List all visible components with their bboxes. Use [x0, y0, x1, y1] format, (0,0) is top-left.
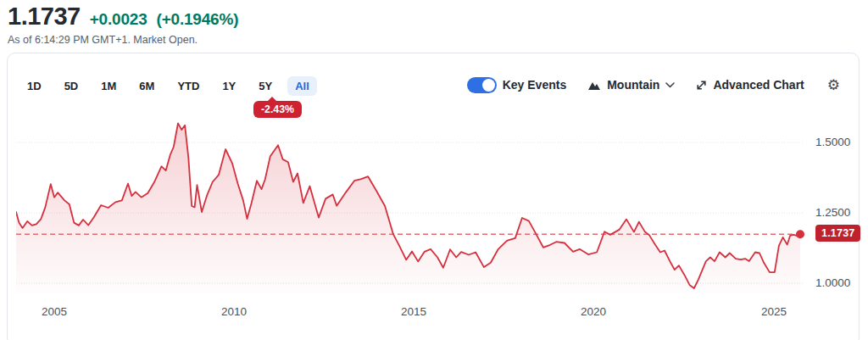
chevron-down-icon — [665, 82, 675, 88]
latest-price-dot — [796, 230, 804, 238]
price-change-percent: (+0.1946%) — [157, 10, 239, 29]
advanced-chart-label: Advanced Chart — [713, 78, 804, 92]
x-axis-label: 2020 — [581, 305, 606, 318]
toggle-knob — [482, 79, 495, 92]
advanced-chart-button[interactable]: Advanced Chart — [696, 78, 804, 92]
quote-header: 1.1737 +0.0023 (+0.1946%) — [8, 3, 238, 31]
price-chart[interactable] — [16, 111, 810, 293]
range-tab-1y[interactable]: 1Y — [214, 76, 243, 96]
key-events-label: Key Events — [503, 78, 566, 92]
range-tab-6m[interactable]: 6M — [131, 76, 162, 96]
y-axis-label: 1.0000 — [815, 276, 860, 289]
range-tab-1d[interactable]: 1D — [19, 76, 49, 96]
current-price-badge: 1.1737 — [815, 225, 860, 242]
gear-icon[interactable]: ⚙ — [827, 78, 840, 92]
as-of-text: As of 6:14:29 PM GMT+1. Market Open. — [8, 34, 198, 46]
range-tabs: 1D 5D 1M 6M YTD 1Y 5Y All — [19, 76, 317, 96]
y-axis-label: 1.2500 — [815, 206, 860, 219]
range-tab-5d[interactable]: 5D — [57, 76, 86, 96]
chart-type-select[interactable]: Mountain — [587, 78, 675, 92]
mountain-icon — [587, 80, 601, 91]
range-tab-all[interactable]: All — [287, 76, 317, 96]
expand-arrow-icon — [696, 80, 707, 91]
price-change: +0.0023 — [90, 10, 147, 29]
chart-controls: Key Events Mountain Advanced Chart ⚙ — [467, 74, 840, 96]
y-axis-label: 1.5000 — [815, 136, 860, 148]
range-tab-5y[interactable]: 5Y — [251, 76, 280, 96]
x-axis-label: 2025 — [761, 305, 787, 318]
chart-type-label: Mountain — [607, 78, 659, 92]
x-axis-label: 2005 — [42, 305, 67, 318]
key-events-toggle[interactable] — [467, 77, 497, 93]
range-tab-1m[interactable]: 1M — [93, 76, 124, 96]
range-tab-ytd[interactable]: YTD — [170, 76, 207, 96]
x-axis-label: 2015 — [401, 305, 426, 318]
price-value: 1.1737 — [8, 3, 81, 31]
chart-card: 1D 5D 1M 6M YTD 1Y 5Y All -2.43% Key Eve… — [7, 53, 860, 340]
x-axis-label: 2010 — [221, 305, 247, 318]
key-events-control: Key Events — [467, 77, 566, 93]
